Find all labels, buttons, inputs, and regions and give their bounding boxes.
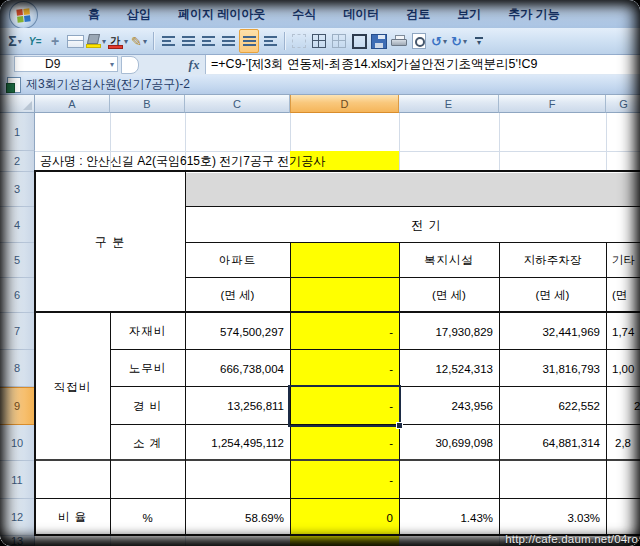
tab-formulas[interactable]: 수식 <box>292 6 316 23</box>
cell-C9[interactable]: 13,256,811 <box>185 387 290 425</box>
cell-B12[interactable]: % <box>110 499 185 536</box>
qat-customize-icon[interactable]: ▾ <box>470 30 488 52</box>
column-header-f[interactable]: F <box>499 95 606 113</box>
all-borders-icon[interactable] <box>310 30 328 52</box>
row-header-11[interactable]: 11 <box>0 461 35 499</box>
column-header-g[interactable]: G <box>606 95 640 113</box>
tab-insert[interactable]: 삽입 <box>127 6 151 23</box>
select-all-corner[interactable] <box>0 95 35 113</box>
insert-cells-icon[interactable]: + <box>46 30 64 52</box>
align-center-icon[interactable] <box>179 30 197 52</box>
cell-C12[interactable]: 58.69% <box>185 499 290 536</box>
cell-C10[interactable]: 1,254,495,112 <box>185 425 290 461</box>
cell-project-title[interactable]: 공사명 : 안산신길 A2(국임615호) 전기7공구 전기공사 <box>40 151 640 172</box>
print-icon[interactable] <box>390 30 408 52</box>
undo-icon[interactable]: ↺▾ <box>430 30 448 52</box>
cell-E8[interactable]: 12,524,313 <box>399 350 499 387</box>
row-header-9-selected[interactable]: 9 <box>0 387 35 425</box>
cell-F8[interactable]: 31,816,793 <box>499 350 606 387</box>
tab-review[interactable]: 검토 <box>406 6 430 23</box>
cell-B7[interactable]: 자재비 <box>110 313 185 350</box>
insert-function-icon[interactable]: fx <box>185 56 203 73</box>
cell-E6[interactable]: (면 세) <box>399 278 499 313</box>
column-header-d-selected[interactable]: D <box>290 95 399 113</box>
align-top-icon[interactable] <box>219 30 237 52</box>
outside-border-icon[interactable] <box>350 30 368 52</box>
formula-input[interactable]: =+C9-'[제3회 연동제-최종14.xlsx]가설안전기초액분리5'!C9 <box>205 55 640 74</box>
cell-F5[interactable]: 지하주차장 <box>499 243 606 278</box>
row-header-7[interactable]: 7 <box>0 313 35 350</box>
cell-D11[interactable]: - <box>290 461 399 499</box>
cell-D10[interactable]: - <box>290 425 399 461</box>
cell-F9[interactable]: 622,552 <box>499 387 606 425</box>
column-header-a[interactable]: A <box>35 95 110 113</box>
align-right-icon[interactable] <box>199 30 217 52</box>
inside-borders-icon[interactable] <box>330 30 348 52</box>
row-header-12[interactable]: 12 <box>0 499 35 536</box>
cell-C8[interactable]: 666,738,004 <box>185 350 290 387</box>
cell-B8[interactable]: 노무비 <box>110 350 185 387</box>
cell-F6[interactable]: (면 세) <box>499 278 606 313</box>
tab-home[interactable]: 홈 <box>88 6 100 23</box>
align-bottom-icon[interactable] <box>261 30 279 52</box>
cell-group-jikjeopbi[interactable]: 직접비 <box>35 313 110 461</box>
cell-gubun[interactable]: 구 분 <box>35 172 185 313</box>
cell-C6[interactable]: (면 세) <box>185 278 290 313</box>
cell-F10[interactable]: 64,881,314 <box>499 425 606 461</box>
cell-D7[interactable]: - <box>290 313 399 350</box>
autosum-icon[interactable]: Σ▾ <box>6 30 24 52</box>
column-header-e[interactable]: E <box>399 95 499 113</box>
cell-E10[interactable]: 30,699,098 <box>399 425 499 461</box>
cell-E9[interactable]: 243,956 <box>399 387 499 425</box>
cell-D8[interactable]: - <box>290 350 399 387</box>
redo-icon[interactable]: ↻▾ <box>450 30 468 52</box>
row-header-13[interactable]: 13 <box>0 536 35 546</box>
align-middle-icon[interactable] <box>239 29 259 53</box>
cell-F12[interactable]: 3.03% <box>499 499 606 536</box>
column-header-c[interactable]: C <box>185 95 290 113</box>
row-header-6[interactable]: 6 <box>0 278 35 313</box>
name-box[interactable]: D9▾ <box>14 56 118 72</box>
cell-G7[interactable]: 1,74 <box>612 313 640 350</box>
row-header-5[interactable]: 5 <box>0 243 35 278</box>
row-header-1[interactable]: 1 <box>0 113 35 151</box>
row-header-8[interactable]: 8 <box>0 350 35 387</box>
merge-center-icon[interactable] <box>66 30 84 52</box>
column-header-b[interactable]: B <box>110 95 185 113</box>
cell-G9[interactable]: 2 <box>634 387 640 425</box>
cell-F7[interactable]: 32,441,969 <box>499 313 606 350</box>
tab-page-layout[interactable]: 페이지 레이아웃 <box>178 6 265 23</box>
cell-G6[interactable]: (면 <box>612 278 640 313</box>
cell-D12[interactable]: 0 <box>290 499 399 536</box>
row-header-4[interactable]: 4 <box>0 207 35 243</box>
save-icon[interactable] <box>370 30 388 52</box>
cell-G10[interactable]: 2,8 <box>615 425 640 461</box>
cell-C7[interactable]: 574,500,297 <box>185 313 290 350</box>
fill-color-icon[interactable]: ▾ <box>86 30 106 52</box>
cell-B9[interactable]: 경 비 <box>110 387 185 425</box>
cell-A12[interactable]: 비 율 <box>35 499 110 536</box>
cell-E12[interactable]: 1.43% <box>399 499 499 536</box>
print-preview-icon[interactable] <box>410 30 428 52</box>
row-header-10[interactable]: 10 <box>0 425 35 461</box>
font-color-icon[interactable]: 가▾ <box>108 30 128 52</box>
name-box-dropdown-icon[interactable]: ▾ <box>110 60 114 69</box>
cell-jeongi[interactable]: 전 기 <box>185 207 640 243</box>
cell-E5[interactable]: 복지시설 <box>399 243 499 278</box>
tab-data[interactable]: 데이터 <box>343 6 379 23</box>
cell-E7[interactable]: 17,930,829 <box>399 313 499 350</box>
function-icon[interactable]: Y= <box>26 30 44 52</box>
office-button[interactable] <box>9 1 38 29</box>
tab-addins[interactable]: 추가 기능 <box>508 6 559 23</box>
borders-pencil-icon[interactable]: ✎▾ <box>130 30 148 52</box>
row-header-3[interactable]: 3 <box>0 172 35 207</box>
tab-view[interactable]: 보기 <box>457 6 481 23</box>
row-header-2[interactable]: 2 <box>0 151 35 172</box>
cell-G8[interactable]: 1,00 <box>612 350 640 387</box>
cell-B10[interactable]: 소 계 <box>110 425 185 461</box>
align-left-icon[interactable] <box>159 30 177 52</box>
no-border-icon[interactable] <box>290 30 308 52</box>
active-cell-selection[interactable] <box>288 385 401 427</box>
cell-G5[interactable]: 기타 <box>612 243 640 278</box>
cell-C5[interactable]: 아파트 <box>185 243 290 278</box>
